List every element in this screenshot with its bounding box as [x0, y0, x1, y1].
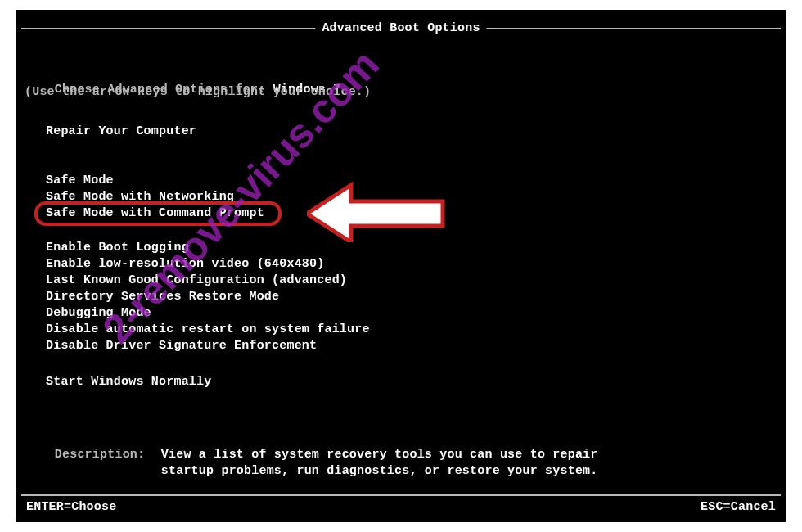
menu-item-disable-auto-restart[interactable]: Disable automatic restart on system fail…	[41, 322, 375, 336]
svg-marker-1	[307, 185, 443, 242]
menu-item-safe-mode-networking[interactable]: Safe Mode with Networking	[41, 190, 239, 204]
description-line2: startup problems, run diagnostics, or re…	[161, 464, 598, 478]
menu-item-safe-mode-command-prompt[interactable]: Safe Mode with Command Prompt	[41, 206, 269, 220]
menu-item-start-windows-normally[interactable]: Start Windows Normally	[41, 375, 216, 389]
footer-enter: ENTER=Choose	[26, 500, 116, 514]
menu-item-directory-services-restore[interactable]: Directory Services Restore Mode	[41, 290, 284, 304]
menu-item-debugging-mode[interactable]: Debugging Mode	[41, 306, 156, 320]
boot-options-screen: Advanced Boot Options Choose Advanced Op…	[16, 10, 786, 522]
footer-esc: ESC=Cancel	[701, 500, 776, 514]
menu-item-last-known-good[interactable]: Last Known Good Configuration (advanced)	[41, 273, 352, 287]
menu-item-low-res-video[interactable]: Enable low-resolution video (640x480)	[41, 257, 329, 271]
footer-rule	[21, 494, 781, 496]
menu-item-repair-your-computer[interactable]: Repair Your Computer	[41, 124, 201, 138]
arrow-left-icon	[307, 175, 446, 242]
menu-item-disable-driver-sig[interactable]: Disable Driver Signature Enforcement	[41, 339, 322, 353]
hint-text: (Use the arrow keys to highlight your ch…	[25, 85, 371, 99]
svg-marker-0	[307, 185, 443, 242]
menu-item-enable-boot-logging[interactable]: Enable Boot Logging	[41, 241, 194, 255]
page-title: Advanced Boot Options	[315, 21, 486, 35]
menu-item-safe-mode[interactable]: Safe Mode	[41, 174, 119, 187]
